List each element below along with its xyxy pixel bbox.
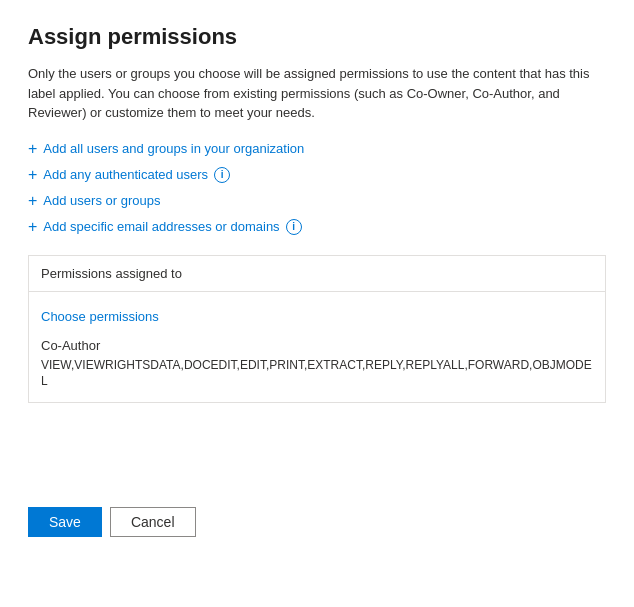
permissions-table-header: Permissions assigned to	[29, 256, 605, 292]
add-org-link[interactable]: Add all users and groups in your organiz…	[43, 141, 304, 156]
add-users-groups-link[interactable]: Add users or groups	[43, 193, 160, 208]
plus-icon-org: +	[28, 141, 37, 157]
plus-icon-email-domains: +	[28, 219, 37, 235]
add-org-row[interactable]: + Add all users and groups in your organ…	[28, 141, 606, 157]
cancel-button[interactable]: Cancel	[110, 507, 196, 537]
permission-level: Co-Author	[41, 338, 593, 353]
permissions-table-body: Choose permissions Co-Author VIEW,VIEWRI…	[29, 292, 605, 403]
info-icon-email-domains[interactable]: i	[286, 219, 302, 235]
page-description: Only the users or groups you choose will…	[28, 64, 606, 123]
plus-icon-users-groups: +	[28, 193, 37, 209]
add-email-domains-row[interactable]: + Add specific email addresses or domain…	[28, 219, 606, 235]
plus-icon-authenticated: +	[28, 167, 37, 183]
permission-detail: VIEW,VIEWRIGHTSDATA,DOCEDIT,EDIT,PRINT,E…	[41, 357, 593, 391]
info-icon-authenticated[interactable]: i	[214, 167, 230, 183]
main-container: Assign permissions Only the users or gro…	[0, 0, 634, 427]
add-authenticated-link[interactable]: Add any authenticated users	[43, 167, 208, 182]
add-authenticated-row[interactable]: + Add any authenticated users i	[28, 167, 606, 183]
permissions-table: Permissions assigned to Choose permissio…	[28, 255, 606, 404]
add-users-groups-row[interactable]: + Add users or groups	[28, 193, 606, 209]
add-links-section: + Add all users and groups in your organ…	[28, 141, 606, 235]
add-email-domains-link[interactable]: Add specific email addresses or domains	[43, 219, 279, 234]
footer-buttons: Save Cancel	[0, 487, 634, 561]
save-button[interactable]: Save	[28, 507, 102, 537]
page-title: Assign permissions	[28, 24, 606, 50]
choose-permissions-link[interactable]: Choose permissions	[41, 309, 159, 324]
